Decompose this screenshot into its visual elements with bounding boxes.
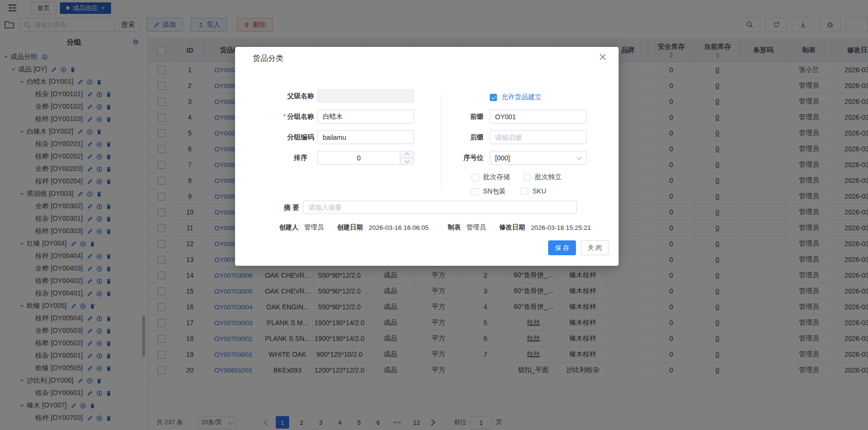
modified-date-label: 修改日期 — [499, 223, 525, 232]
sort-value: 0 — [318, 151, 400, 164]
batch-storage-checkbox[interactable]: 批次存储 — [472, 173, 510, 181]
required-asterisk: * — [283, 113, 286, 120]
unchecked-checkbox-icon — [523, 174, 530, 181]
allow-create-label: 允许货品建立 — [501, 93, 541, 102]
parent-name-field[interactable] — [317, 89, 414, 103]
goods-category-dialog: 货品分类 父级名称 *分组名称 分组编码 排序 0 允许货品建立 前缀 后缀 序… — [235, 47, 619, 266]
modified-date-value: 2026-03-18 15:25:21 — [531, 224, 591, 231]
number-stepper — [400, 151, 414, 164]
stepper-down-button[interactable] — [400, 158, 414, 164]
sn-package-label: SN包装 — [483, 187, 506, 196]
created-date-value: 2026-03-16 16:06:05 — [369, 224, 428, 231]
creator-value: 管理员 — [304, 223, 324, 232]
suffix-label: 后缀 — [414, 130, 484, 144]
summary-field[interactable] — [303, 201, 577, 214]
parent-name-label: 父级名称 — [245, 89, 314, 103]
tabulator-label: 制表 — [448, 223, 461, 232]
save-button[interactable]: 保 存 — [548, 240, 576, 255]
sn-package-checkbox[interactable]: SN包装 — [472, 187, 506, 196]
record-meta: 创建人 管理员 创建日期 2026-03-16 16:06:05 制表 管理员 … — [279, 223, 591, 232]
unchecked-checkbox-icon — [472, 174, 479, 181]
suffix-field[interactable] — [490, 130, 586, 144]
checked-checkbox-icon — [490, 94, 497, 101]
serial-digits-value: [000] — [495, 154, 510, 162]
group-name-label-text: 分组名称 — [287, 113, 314, 120]
dialog-close-icon[interactable] — [598, 53, 607, 61]
summary-label: 摘 要 — [245, 201, 299, 215]
serial-digits-select[interactable]: [000] — [490, 151, 586, 165]
sort-number-field[interactable]: 0 — [317, 151, 414, 165]
allow-create-checkbox[interactable]: 允许货品建立 — [490, 93, 541, 102]
close-button[interactable]: 关 闭 — [581, 240, 609, 255]
creator-label: 创建人 — [279, 223, 299, 232]
prefix-label: 前缀 — [414, 110, 484, 124]
sku-checkbox[interactable]: SKU — [521, 187, 546, 195]
sku-label: SKU — [532, 187, 546, 195]
chevron-down-icon — [576, 154, 582, 159]
created-date-label: 创建日期 — [337, 223, 363, 232]
group-code-field[interactable] — [317, 130, 414, 144]
group-name-field[interactable] — [317, 110, 414, 124]
batch-storage-label: 批次存储 — [483, 173, 510, 181]
unchecked-checkbox-icon — [521, 188, 528, 195]
serial-digits-label: 序号位 — [414, 151, 484, 165]
tabulator-value: 管理员 — [466, 223, 486, 232]
sort-label: 排序 — [245, 151, 307, 165]
dialog-title: 货品分类 — [253, 54, 283, 64]
batch-independent-checkbox[interactable]: 批次独立 — [523, 173, 562, 181]
prefix-field[interactable] — [490, 110, 586, 124]
stepper-up-button[interactable] — [400, 151, 414, 158]
app-window: 首页 成品信息 × 搜索 添加 导入 删除 — [0, 0, 868, 430]
group-name-label: *分组名称 — [245, 110, 314, 124]
group-code-label: 分组编码 — [245, 130, 314, 144]
batch-independent-label: 批次独立 — [535, 173, 562, 181]
unchecked-checkbox-icon — [472, 188, 479, 195]
